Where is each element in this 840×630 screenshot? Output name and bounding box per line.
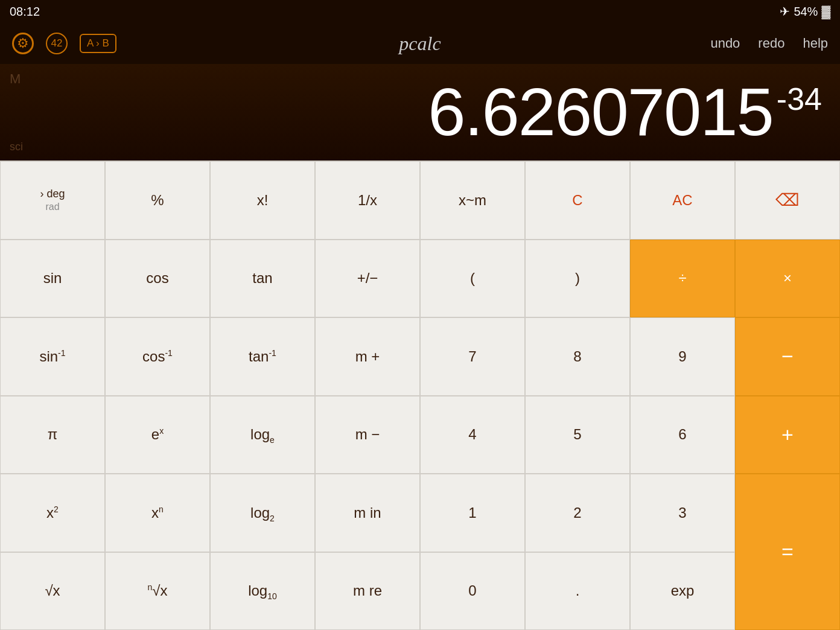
mplus-button[interactable]: m +	[315, 317, 420, 396]
zero-button[interactable]: 0	[420, 552, 525, 631]
six-button[interactable]: 6	[630, 396, 735, 474]
xm-button[interactable]: x~m	[420, 161, 525, 240]
dot-button[interactable]: .	[525, 552, 630, 631]
deg-rad-button[interactable]: › deg rad	[0, 161, 105, 240]
main-display: 6.62607015	[428, 78, 773, 146]
ex-button[interactable]: ex	[105, 396, 210, 474]
log10-button[interactable]: log10	[210, 552, 315, 631]
one-button[interactable]: 1	[420, 474, 525, 552]
history-button[interactable]: 42	[46, 33, 68, 54]
xn-button[interactable]: xn	[105, 474, 210, 552]
asin-button[interactable]: sin-1	[0, 317, 105, 396]
minus-button[interactable]: −	[735, 317, 840, 396]
plusminus-button[interactable]: +/−	[315, 240, 420, 318]
settings-button[interactable]: ⚙	[12, 33, 34, 54]
backspace-button[interactable]: ⌫	[735, 161, 840, 240]
acos-button[interactable]: cos-1	[105, 317, 210, 396]
conversion-button[interactable]: A › B	[80, 34, 116, 53]
sin-button[interactable]: sin	[0, 240, 105, 318]
equals-button[interactable]: =	[735, 474, 840, 630]
x2-button[interactable]: x2	[0, 474, 105, 552]
nthroot-button[interactable]: n√x	[105, 552, 210, 631]
pi-button[interactable]: π	[0, 396, 105, 474]
seven-button[interactable]: 7	[420, 317, 525, 396]
four-button[interactable]: 4	[420, 396, 525, 474]
rparen-button[interactable]: )	[525, 240, 630, 318]
lparen-button[interactable]: (	[420, 240, 525, 318]
memory-label: M	[10, 71, 21, 87]
min-button[interactable]: m in	[315, 474, 420, 552]
display: M sci 6.62607015 -34	[0, 64, 840, 161]
undo-button[interactable]: undo	[710, 36, 740, 51]
multiply-button[interactable]: ×	[735, 240, 840, 318]
airplane-icon: ✈	[780, 4, 790, 19]
top-bar: ⚙ 42 A › B pcalc undo redo help	[0, 23, 840, 64]
plus-button[interactable]: +	[735, 396, 840, 474]
cos-button[interactable]: cos	[105, 240, 210, 318]
exp-button[interactable]: exp	[630, 552, 735, 631]
three-button[interactable]: 3	[630, 474, 735, 552]
percent-button[interactable]: %	[105, 161, 210, 240]
battery-percent: 54%	[794, 5, 818, 19]
app-title: pcalc	[399, 33, 441, 55]
reciprocal-button[interactable]: 1/x	[315, 161, 420, 240]
time: 08:12	[10, 5, 40, 19]
sci-label: sci	[10, 141, 23, 153]
log2-button[interactable]: log2	[210, 474, 315, 552]
sqrt-button[interactable]: √x	[0, 552, 105, 631]
tan-button[interactable]: tan	[210, 240, 315, 318]
clear-button[interactable]: C	[525, 161, 630, 240]
mre-button[interactable]: m re	[315, 552, 420, 631]
mminus-button[interactable]: m −	[315, 396, 420, 474]
status-bar: 08:12 ✈ 54% ▓	[0, 0, 840, 23]
redo-button[interactable]: redo	[758, 36, 784, 51]
divide-button[interactable]: ÷	[630, 240, 735, 318]
battery-icon: ▓	[821, 5, 830, 19]
calculator-grid: › deg rad % x! 1/x x~m C AC ⌫ sin cos ta…	[0, 161, 840, 630]
nine-button[interactable]: 9	[630, 317, 735, 396]
factorial-button[interactable]: x!	[210, 161, 315, 240]
loge-button[interactable]: loge	[210, 396, 315, 474]
allclear-button[interactable]: AC	[630, 161, 735, 240]
eight-button[interactable]: 8	[525, 317, 630, 396]
atan-button[interactable]: tan-1	[210, 317, 315, 396]
two-button[interactable]: 2	[525, 474, 630, 552]
help-button[interactable]: help	[803, 36, 828, 51]
five-button[interactable]: 5	[525, 396, 630, 474]
exponent-display: -34	[777, 81, 822, 117]
